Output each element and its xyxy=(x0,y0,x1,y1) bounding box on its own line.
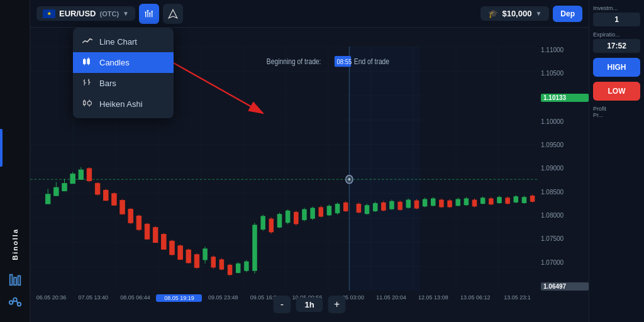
svg-rect-28 xyxy=(84,101,86,105)
svg-rect-95 xyxy=(252,225,257,270)
y-label-current: 1.10133 xyxy=(541,94,589,102)
heiken-ashi-icon xyxy=(82,99,93,109)
sidebar-icon-chart[interactable] xyxy=(8,273,22,289)
svg-text:Beginning of trade:: Beginning of trade: xyxy=(267,57,321,65)
svg-rect-149 xyxy=(480,197,486,204)
svg-line-6 xyxy=(13,301,13,303)
svg-rect-117 xyxy=(343,203,348,211)
dropdown-item-bars[interactable]: Bars xyxy=(73,73,174,94)
svg-rect-147 xyxy=(472,200,477,207)
svg-rect-93 xyxy=(244,262,249,271)
svg-rect-113 xyxy=(327,206,332,215)
x-label-0: 06.05 20:36 xyxy=(30,294,72,301)
svg-rect-45 xyxy=(45,194,50,204)
svg-rect-79 xyxy=(186,250,191,262)
eu-flag: ★ xyxy=(43,9,55,18)
chart-type-button[interactable] xyxy=(139,4,159,24)
svg-rect-121 xyxy=(365,205,370,214)
expiration-value[interactable]: 17:52 xyxy=(593,39,640,53)
dropdown-item-heiken-ashi-label: Heiken Ashi xyxy=(99,99,143,109)
svg-rect-141 xyxy=(447,201,452,208)
svg-rect-97 xyxy=(260,216,265,230)
profit-value: Pr... xyxy=(593,112,640,118)
dropdown-item-bars-label: Bars xyxy=(99,79,116,88)
y-label-bottom: 1.06497 xyxy=(541,282,589,291)
expiration-label: Expiratio... xyxy=(593,31,640,38)
investment-value[interactable]: 1 xyxy=(593,13,640,26)
svg-rect-159 xyxy=(522,197,527,203)
svg-rect-111 xyxy=(318,207,323,216)
svg-rect-77 xyxy=(178,246,183,260)
sidebar-icon-indicator[interactable] xyxy=(8,296,22,312)
main-area: ★ EUR/USD (OTC) ▼ 🎓 $10,000 ▼ xyxy=(30,0,589,322)
svg-rect-155 xyxy=(505,197,510,204)
svg-point-4 xyxy=(13,298,17,302)
svg-rect-139 xyxy=(439,200,444,208)
svg-rect-91 xyxy=(236,264,241,273)
y-label-4: 1.09500 xyxy=(541,142,589,148)
instrument-name: EUR/USD xyxy=(59,9,96,18)
svg-point-5 xyxy=(17,303,20,306)
x-label-8: 11.05 20:04 xyxy=(370,294,413,301)
svg-rect-51 xyxy=(70,174,75,184)
svg-text:08:55: 08:55 xyxy=(337,58,352,65)
dropdown-item-heiken-ashi[interactable]: Heiken Ashi xyxy=(73,94,174,114)
svg-rect-157 xyxy=(514,196,519,203)
svg-rect-125 xyxy=(381,203,386,211)
svg-rect-127 xyxy=(389,201,394,209)
svg-rect-37 xyxy=(349,47,420,291)
svg-rect-101 xyxy=(277,214,282,228)
svg-rect-131 xyxy=(406,200,411,208)
svg-rect-87 xyxy=(219,259,225,269)
svg-rect-75 xyxy=(170,241,175,255)
svg-rect-81 xyxy=(194,255,199,267)
svg-rect-55 xyxy=(87,169,92,180)
x-label-11: 13.05 23:1 xyxy=(496,294,538,301)
svg-rect-135 xyxy=(423,199,428,207)
svg-rect-123 xyxy=(373,203,378,211)
instrument-selector[interactable]: ★ EUR/USD (OTC) ▼ xyxy=(36,6,135,21)
chart-type-dropdown: Line Chart Candles Bars xyxy=(73,28,174,118)
svg-rect-65 xyxy=(128,209,133,223)
balance-display[interactable]: 🎓 $10,000 ▼ xyxy=(480,6,549,21)
svg-rect-71 xyxy=(153,228,158,243)
y-label-7: 1.08000 xyxy=(541,212,589,219)
time-controls: - 1h + xyxy=(273,296,345,313)
timeframe-display[interactable]: 1h xyxy=(296,297,323,312)
profit-section: Profit Pr... xyxy=(593,106,640,118)
zoom-in-button[interactable]: + xyxy=(328,296,346,313)
svg-rect-83 xyxy=(203,248,208,260)
balance-icon: 🎓 xyxy=(488,9,498,18)
low-button[interactable]: LOW xyxy=(593,82,640,101)
zoom-out-button[interactable]: - xyxy=(273,296,291,313)
draw-tool-button[interactable] xyxy=(163,4,183,24)
svg-rect-145 xyxy=(464,198,469,205)
sidebar: Binolla xyxy=(0,0,30,322)
svg-rect-153 xyxy=(497,197,502,203)
svg-rect-61 xyxy=(112,194,117,205)
y-label-9: 1.07000 xyxy=(541,259,589,266)
svg-rect-143 xyxy=(455,199,460,206)
y-label-6: 1.08500 xyxy=(541,189,589,196)
y-label-5: 1.09000 xyxy=(541,165,589,172)
high-button[interactable]: HIGH xyxy=(593,58,640,77)
y-label-3: 1.10000 xyxy=(541,118,589,125)
investment-section: Investm... 1 xyxy=(593,5,640,26)
svg-point-31 xyxy=(87,101,91,105)
instrument-dropdown-arrow: ▼ xyxy=(123,10,129,17)
svg-rect-63 xyxy=(120,201,125,214)
svg-rect-109 xyxy=(310,208,315,219)
sidebar-logo: Binolla xyxy=(11,228,19,260)
svg-rect-119 xyxy=(357,204,362,213)
y-axis: 1.11000 1.10500 1.10133 1.10000 1.09500 … xyxy=(538,47,589,291)
svg-rect-69 xyxy=(145,224,150,239)
dropdown-item-line-chart[interactable]: Line Chart xyxy=(73,31,174,52)
svg-rect-73 xyxy=(162,235,167,250)
svg-rect-19 xyxy=(87,59,89,64)
y-label-2: 1.10500 xyxy=(541,70,589,77)
svg-rect-133 xyxy=(414,201,419,209)
deposit-button[interactable]: Dep xyxy=(553,6,582,22)
dropdown-item-candles[interactable]: Candles xyxy=(73,52,174,73)
svg-rect-115 xyxy=(335,204,340,213)
sidebar-active-indicator xyxy=(0,129,3,167)
